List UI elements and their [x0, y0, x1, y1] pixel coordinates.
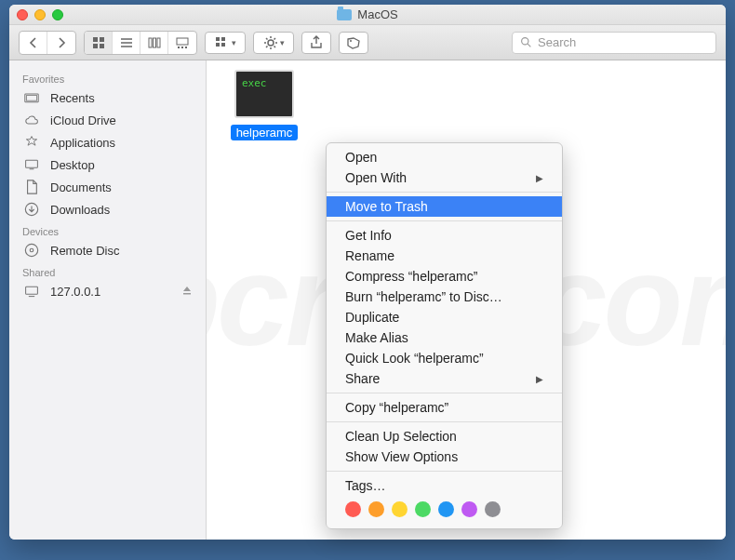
- menu-separator: [327, 220, 562, 221]
- sidebar-item-applications[interactable]: Applications: [9, 131, 206, 153]
- icon-view-button[interactable]: [85, 32, 113, 54]
- downloads-icon: [22, 201, 41, 218]
- tag-color-row: [327, 496, 562, 525]
- menu-item-open-with[interactable]: Open With▶: [327, 167, 562, 188]
- menu-item-compress[interactable]: Compress “helperamc”: [327, 266, 562, 287]
- eject-icon[interactable]: [181, 285, 193, 299]
- menu-item-quick-look[interactable]: Quick Look “helperamc”: [327, 348, 562, 368]
- action-button[interactable]: ▾: [253, 32, 294, 54]
- chevron-right-icon: ▶: [536, 374, 543, 384]
- sidebar-item-label: Documents: [50, 180, 112, 194]
- tag-purple[interactable]: [461, 501, 477, 517]
- svg-rect-2: [93, 44, 98, 48]
- search-input[interactable]: Search: [512, 32, 716, 54]
- svg-rect-4: [149, 38, 152, 47]
- svg-point-23: [30, 248, 33, 252]
- menu-separator: [327, 421, 562, 422]
- sidebar-item-downloads[interactable]: Downloads: [9, 198, 206, 220]
- exec-file-icon: exec: [234, 70, 294, 118]
- title-text: MacOS: [357, 7, 397, 21]
- search-placeholder: Search: [538, 35, 576, 49]
- tag-orange[interactable]: [368, 501, 384, 517]
- svg-rect-11: [216, 37, 220, 41]
- sidebar-header-favorites: Favorites: [9, 68, 206, 87]
- svg-rect-20: [26, 160, 38, 167]
- tag-green[interactable]: [415, 501, 431, 517]
- menu-separator: [327, 192, 562, 193]
- svg-rect-5: [153, 38, 155, 47]
- cloud-icon: [22, 112, 41, 128]
- menu-item-copy[interactable]: Copy “helperamc”: [327, 397, 562, 418]
- svg-rect-7: [177, 38, 188, 45]
- gallery-view-button[interactable]: [168, 32, 196, 54]
- sidebar-item-label: Remote Disc: [50, 244, 119, 258]
- titlebar: MacOS: [9, 5, 726, 25]
- tag-yellow[interactable]: [392, 501, 408, 517]
- display-icon: [22, 283, 41, 300]
- menu-item-view-options[interactable]: Show View Options: [327, 447, 562, 467]
- sidebar-item-recents[interactable]: Recents: [9, 87, 206, 109]
- close-icon[interactable]: [17, 9, 28, 20]
- menu-item-move-to-trash[interactable]: Move to Trash: [327, 196, 562, 217]
- zoom-icon[interactable]: [52, 9, 63, 20]
- sidebar-item-shared-host[interactable]: 127.0.0.1: [9, 280, 206, 302]
- tags-button[interactable]: [339, 32, 368, 54]
- sidebar-item-label: Downloads: [50, 203, 110, 217]
- minimize-icon[interactable]: [34, 9, 46, 20]
- svg-rect-0: [93, 37, 98, 42]
- svg-point-22: [25, 244, 37, 256]
- arrange-button[interactable]: ▾: [205, 32, 246, 54]
- column-view-button[interactable]: [140, 32, 168, 54]
- list-view-button[interactable]: [113, 32, 140, 54]
- sidebar-item-label: iCloud Drive: [50, 113, 116, 127]
- svg-rect-8: [178, 47, 180, 48]
- sidebar-item-icloud[interactable]: iCloud Drive: [9, 109, 206, 131]
- sidebar-header-devices: Devices: [9, 220, 206, 239]
- sidebar-item-label: Recents: [50, 91, 95, 105]
- menu-item-make-alias[interactable]: Make Alias: [327, 327, 562, 348]
- sidebar-header-shared: Shared: [9, 261, 206, 280]
- svg-rect-10: [185, 47, 187, 48]
- desktop-icon: [22, 156, 41, 173]
- file-name: helperamc: [231, 125, 299, 140]
- tag-red[interactable]: [345, 501, 361, 517]
- svg-rect-12: [216, 43, 220, 47]
- share-button[interactable]: [301, 32, 331, 54]
- svg-rect-3: [100, 44, 104, 48]
- menu-separator: [327, 471, 562, 472]
- menu-item-rename[interactable]: Rename: [327, 246, 562, 266]
- menu-item-burn[interactable]: Burn “helperamc” to Disc…: [327, 287, 562, 307]
- sidebar-item-documents[interactable]: Documents: [9, 176, 206, 198]
- svg-rect-19: [26, 96, 36, 101]
- file-item[interactable]: exec helperamc: [223, 70, 305, 140]
- sidebar: Favorites Recents iCloud Drive Applicati…: [9, 60, 207, 540]
- window-title: MacOS: [337, 7, 397, 21]
- svg-rect-9: [181, 47, 183, 48]
- sidebar-item-remote-disc[interactable]: Remote Disc: [9, 239, 206, 261]
- chevron-right-icon: ▶: [536, 173, 543, 183]
- svg-point-16: [350, 40, 352, 42]
- disc-icon: [22, 242, 41, 259]
- svg-rect-1: [100, 37, 104, 42]
- menu-item-get-info[interactable]: Get Info: [327, 225, 562, 246]
- sidebar-item-desktop[interactable]: Desktop: [9, 153, 206, 176]
- sidebar-item-label: 127.0.0.1: [50, 285, 100, 299]
- tag-gray[interactable]: [485, 501, 501, 517]
- svg-rect-13: [221, 37, 225, 41]
- menu-item-duplicate[interactable]: Duplicate: [327, 307, 562, 327]
- sidebar-item-label: Desktop: [50, 158, 95, 172]
- tag-blue[interactable]: [438, 501, 454, 517]
- menu-separator: [327, 393, 562, 393]
- svg-point-17: [522, 38, 528, 45]
- menu-item-clean-up[interactable]: Clean Up Selection: [327, 426, 562, 447]
- svg-point-15: [268, 40, 274, 46]
- svg-rect-24: [26, 287, 38, 294]
- forward-button[interactable]: [47, 32, 75, 54]
- search-icon: [520, 36, 532, 48]
- back-button[interactable]: [20, 32, 47, 54]
- menu-item-share[interactable]: Share▶: [327, 368, 562, 389]
- menu-item-tags[interactable]: Tags…: [327, 475, 562, 496]
- applications-icon: [22, 134, 41, 151]
- traffic-lights: [17, 9, 63, 20]
- menu-item-open[interactable]: Open: [327, 147, 562, 167]
